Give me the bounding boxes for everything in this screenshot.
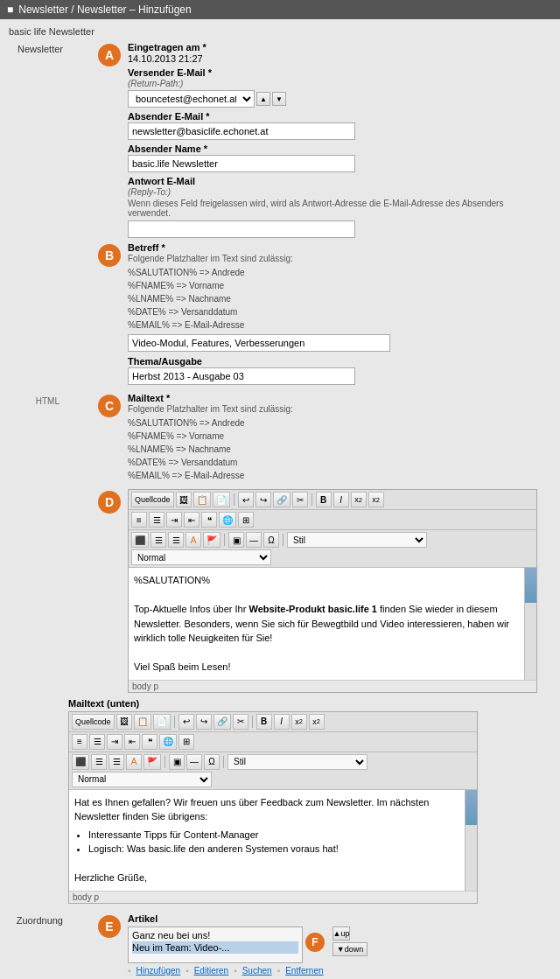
tb-italic2[interactable]: I — [274, 714, 290, 730]
tb-sup1[interactable]: x2 — [368, 492, 384, 507]
antwort-input[interactable] — [128, 220, 355, 238]
editor2-toolbar-row2: ≡ ☰ ⇥ ⇤ ❝ 🌐 ⊞ — [72, 734, 474, 750]
tb-hr1[interactable]: — — [246, 532, 262, 548]
quellcode-btn1[interactable]: Quellcode — [131, 492, 174, 507]
tb-redo1[interactable]: ↪ — [256, 492, 271, 507]
tb-table1[interactable]: ⊞ — [238, 512, 254, 528]
tb-bold2[interactable]: B — [256, 714, 272, 730]
bullet3: ◦ — [234, 966, 237, 976]
stil-select1[interactable]: Stil — [287, 532, 427, 548]
tb-paste1[interactable]: 📄 — [213, 492, 230, 507]
tb-italic1[interactable]: I — [333, 492, 349, 507]
circle-c: C — [98, 395, 121, 417]
tb-unlink1[interactable]: ✂ — [292, 492, 308, 507]
tb-img2[interactable]: 🖼 — [116, 714, 132, 730]
betreff-label: Betreff * — [128, 242, 390, 253]
editor2-content[interactable]: Hat es Ihnen gefallen? Wir freuen uns üb… — [69, 790, 465, 891]
tb-img2-1[interactable]: ▣ — [228, 532, 244, 548]
tb-quote2[interactable]: ❝ — [142, 734, 158, 750]
tb-img2b[interactable]: ▣ — [169, 754, 185, 770]
tb-globe2[interactable]: 🌐 — [159, 734, 177, 750]
editor2-scrollbar[interactable] — [465, 790, 477, 891]
tb-quote1[interactable]: ❝ — [201, 512, 217, 528]
normal-select2[interactable]: Normal — [72, 772, 212, 787]
sep5 — [174, 716, 175, 728]
hinzufuegen-link[interactable]: Hinzufügen — [136, 966, 181, 976]
circle-a-group: A Eingetragen am * 14.10.2013 21:27 Vers… — [68, 42, 551, 238]
thema-input[interactable] — [128, 367, 355, 385]
up-icon: ▲ — [333, 929, 341, 938]
tb-alignl2[interactable]: ⬛ — [72, 754, 89, 770]
tb-bgcolor2[interactable]: 🚩 — [144, 754, 161, 770]
tb-alignr1[interactable]: ☰ — [168, 532, 184, 548]
tb-sub1[interactable]: x2 — [351, 492, 367, 507]
sep8 — [223, 756, 224, 768]
up-btn[interactable]: ▲ up — [332, 927, 350, 941]
suchen-link[interactable]: Suchen — [242, 966, 272, 976]
tb-bold1[interactable]: B — [316, 492, 332, 507]
editor1-toolbar-row2: ≡ ☰ ⇥ ⇤ ❝ 🌐 ⊞ — [131, 512, 534, 528]
tb-alignl1[interactable]: ⬛ — [131, 532, 149, 548]
circle-f-updown: F ▲ up ▼ down — [305, 927, 368, 956]
tb-sup2[interactable]: x2 — [309, 714, 325, 730]
down-btn[interactable]: ▼ down — [332, 942, 368, 956]
editor2-toolbar2: ≡ ☰ ⇥ ⇤ ❝ 🌐 ⊞ — [69, 732, 477, 752]
tb-alignr2[interactable]: ☰ — [108, 754, 124, 770]
editor1-wrap: %SALUTATION% Top-Aktuelle Infos über Ihr… — [129, 568, 536, 680]
circle-a: A — [98, 44, 121, 66]
tb-alignc1[interactable]: ☰ — [150, 532, 166, 548]
entfernen-link[interactable]: Entfernen — [285, 966, 323, 976]
tb-indent1[interactable]: ⇥ — [166, 512, 182, 528]
tb-redo2[interactable]: ↪ — [196, 714, 212, 730]
tb-alignc2[interactable]: ☰ — [91, 754, 107, 770]
tb-copy1[interactable]: 📋 — [193, 492, 211, 507]
tb-hr2[interactable]: — — [186, 754, 202, 770]
artikel-item-0[interactable]: Ganz neu bei uns! — [132, 929, 298, 941]
stil-select2[interactable]: Stil — [228, 754, 368, 770]
newsletter-fields: A Eingetragen am * 14.10.2013 21:27 Vers… — [68, 42, 551, 389]
eingetragen-value: 14.10.2013 21:27 — [128, 53, 548, 64]
tb-img1[interactable]: 🖼 — [176, 492, 192, 507]
versender-up-btn[interactable]: ▲ — [256, 92, 270, 106]
tb-unlink2[interactable]: ✂ — [233, 714, 248, 730]
editor1-scrollbar[interactable] — [524, 568, 536, 680]
normal-select1[interactable]: Normal — [131, 549, 271, 565]
tb-color1[interactable]: A — [186, 532, 201, 548]
tb-sub2[interactable]: x2 — [291, 714, 307, 730]
editor1-content[interactable]: %SALUTATION% Top-Aktuelle Infos über Ihr… — [129, 568, 524, 680]
tb-globe1[interactable]: 🌐 — [219, 512, 236, 528]
tb-special2[interactable]: Ω — [204, 754, 220, 770]
betreff-input[interactable] — [128, 334, 390, 352]
tb-table2[interactable]: ⊞ — [178, 734, 194, 750]
tb-bgcolor1[interactable]: 🚩 — [203, 532, 220, 548]
editor1-status: body p — [129, 680, 536, 692]
artikel-list-row: Ganz neu bei uns! Neu im Team: Video-...… — [128, 927, 368, 963]
editor2-container: Quellcode 🖼 📋 📄 ↩ ↪ 🔗 ✂ — [68, 711, 478, 904]
tb-special1[interactable]: Ω — [263, 532, 279, 548]
versender-down-btn[interactable]: ▼ — [272, 92, 286, 106]
artikel-item-1[interactable]: Neu im Team: Video-... — [132, 941, 298, 954]
circle-d-group: D Quellcode 🖼 📋 📄 — [68, 489, 551, 693]
tb-ol1[interactable]: ≡ — [131, 512, 147, 528]
tb-link1[interactable]: 🔗 — [273, 492, 290, 507]
tb-undo1[interactable]: ↩ — [238, 492, 254, 507]
editieren-link[interactable]: Editieren — [194, 966, 228, 976]
tb-ol2[interactable]: ≡ — [72, 734, 88, 750]
tb-ul1[interactable]: ☰ — [149, 512, 164, 528]
quellcode-btn2[interactable]: Quellcode — [72, 714, 115, 730]
tb-outdent2[interactable]: ⇤ — [124, 734, 140, 750]
betreff-hints: %SALUTATION% => Andrede %FNAME% => Vorna… — [128, 266, 390, 332]
tb-color2[interactable]: A — [126, 754, 142, 770]
tb-link2[interactable]: 🔗 — [214, 714, 231, 730]
circle-e-group: Quellcode 🖼 📋 📄 ↩ ↪ 🔗 ✂ — [68, 711, 551, 904]
absender-email-group: Absender E-Mail * — [128, 111, 548, 140]
tb-ul2[interactable]: ☰ — [89, 734, 105, 750]
tb-outdent1[interactable]: ⇤ — [184, 512, 200, 528]
absender-email-input[interactable] — [128, 122, 355, 140]
tb-copy2[interactable]: 📋 — [134, 714, 151, 730]
tb-undo2[interactable]: ↩ — [178, 714, 194, 730]
versender-select[interactable]: bouncetest@echonet.at — [128, 90, 255, 108]
tb-indent2[interactable]: ⇥ — [107, 734, 122, 750]
tb-paste2[interactable]: 📄 — [153, 714, 171, 730]
absender-name-input[interactable] — [128, 155, 355, 172]
